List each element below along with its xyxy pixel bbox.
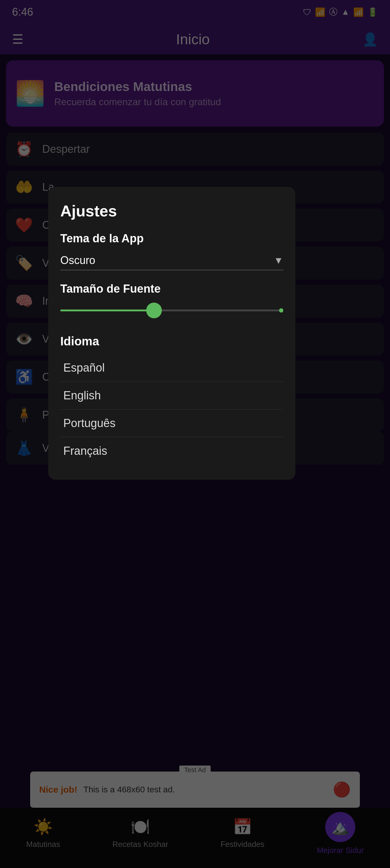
theme-dropdown[interactable]: Oscuro ▼ — [60, 251, 283, 270]
font-size-slider[interactable] — [60, 301, 283, 319]
dropdown-arrow-icon: ▼ — [274, 255, 283, 266]
slider-fill — [60, 310, 154, 311]
slider-track — [60, 310, 283, 311]
settings-title: Ajustes — [60, 202, 283, 220]
language-option-espanol[interactable]: Español — [60, 354, 283, 382]
settings-modal: Ajustes Tema de la App Oscuro ▼ Tamaño d… — [48, 187, 295, 480]
language-section: Idioma Español English Português Françai… — [60, 335, 283, 465]
slider-thumb[interactable] — [146, 303, 162, 318]
font-size-section: Tamaño de Fuente — [60, 282, 283, 319]
language-section-title: Idioma — [60, 335, 283, 348]
theme-section-title: Tema de la App — [60, 232, 283, 245]
font-size-title: Tamaño de Fuente — [60, 282, 283, 296]
theme-value: Oscuro — [60, 254, 95, 267]
slider-dot — [279, 308, 283, 313]
language-option-english[interactable]: English — [60, 382, 283, 410]
language-option-portugues[interactable]: Português — [60, 410, 283, 437]
language-option-francais[interactable]: Français — [60, 437, 283, 465]
